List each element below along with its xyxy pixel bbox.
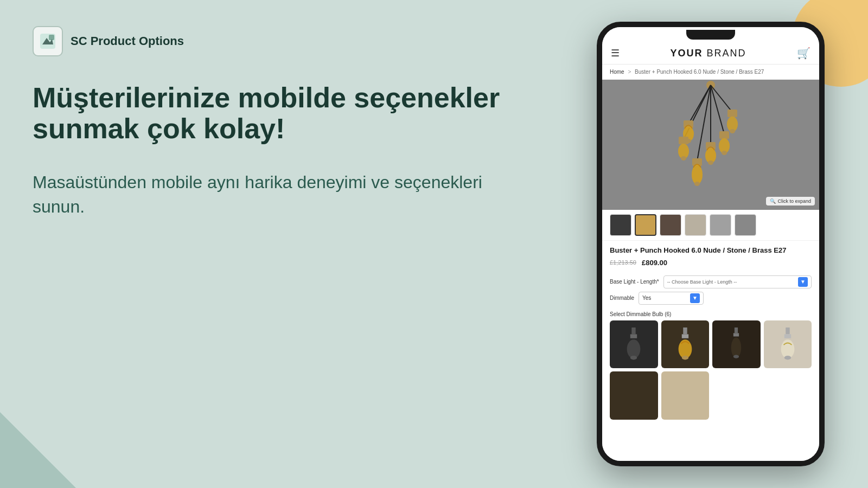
breadcrumb-sep: > [628,69,631,75]
svg-point-21 [722,151,727,155]
svg-rect-22 [692,158,702,166]
svg-point-31 [630,356,637,359]
svg-rect-19 [719,131,729,139]
bulb-option-6[interactable] [661,371,710,420]
right-panel: ☰ YOUR BRAND 🛒 Home > Buster + Punch Hoo… [553,0,868,488]
brand-name: YOUR BRAND [670,48,746,59]
cart-icon[interactable]: 🛒 [797,47,810,60]
svg-rect-41 [784,335,791,338]
svg-point-35 [682,356,688,359]
bulb-option-3[interactable] [712,320,761,369]
option-base-light-row: Base Light - Length* -- Choose Base Ligh… [610,275,812,288]
thumb-5[interactable] [710,214,731,236]
svg-rect-37 [733,333,739,336]
svg-point-27 [681,156,686,160]
phone-notch [686,30,735,40]
svg-point-24 [694,182,700,186]
bulb-option-1[interactable] [610,320,658,369]
thumbnail-row [602,210,819,241]
bulb-grid-bottom-row [602,371,819,423]
product-image-main[interactable]: 🔍 Click to expand [602,80,819,210]
svg-rect-29 [630,335,637,338]
svg-point-43 [784,356,791,359]
options-area: Base Light - Length* -- Choose Base Ligh… [602,275,819,308]
svg-rect-40 [786,328,789,334]
svg-point-38 [731,338,742,358]
left-panel: SC Product Options Müşterilerinize mobil… [0,0,553,488]
base-light-select[interactable]: -- Choose Base Light - Length -- ▼ [663,275,812,288]
app-name: SC Product Options [71,34,184,48]
price-sale: £809.00 [642,259,667,267]
svg-rect-36 [735,328,738,333]
phone-notch-bar [602,27,819,42]
price-original: £1,213.50 [610,259,636,266]
svg-point-39 [733,355,739,358]
svg-point-18 [730,129,735,133]
bulb-option-4[interactable] [764,320,812,369]
price-row: £1,213.50 £809.00 [610,259,812,267]
subtext: Masaüstünden mobile aynı harika deneyimi… [33,170,521,219]
bulb-section: Select Dimmable Bulb (6) [602,308,819,372]
breadcrumb-path: Buster + Punch Hooked 6.0 Nude / Stone /… [635,69,764,75]
svg-point-42 [781,339,794,358]
logo-area: SC Product Options [33,26,521,56]
svg-rect-16 [727,110,737,117]
option-dimmable-row: Dimmable Yes ▼ [610,292,812,305]
dimmable-select[interactable]: Yes ▼ [639,292,704,305]
svg-point-34 [678,339,692,358]
svg-point-30 [627,339,641,358]
hamburger-icon[interactable]: ☰ [611,47,620,59]
svg-rect-28 [632,328,636,334]
bulb-option-5[interactable] [610,371,658,420]
deco-triangle [0,412,76,488]
phone-mockup: ☰ YOUR BRAND 🛒 Home > Buster + Punch Hoo… [597,22,825,466]
magnify-icon: 🔍 [770,198,776,204]
svg-rect-25 [679,137,688,144]
dimmable-label: Dimmable [610,295,634,301]
thumb-2[interactable] [635,214,656,236]
svg-rect-32 [683,328,687,334]
svg-point-23 [692,165,703,184]
thumb-1[interactable] [610,214,631,236]
svg-rect-1 [49,35,54,40]
app-logo-icon [33,26,63,56]
base-light-label: Base Light - Length* [610,279,659,285]
base-light-arrow: ▼ [798,277,808,287]
breadcrumb: Home > Buster + Punch Hooked 6.0 Nude / … [602,65,819,80]
product-title: Buster + Punch Hooked 6.0 Nude / Stone /… [610,246,812,255]
bulb-section-title: Select Dimmable Bulb (6) [610,311,812,317]
thumb-3[interactable] [660,214,681,236]
bulb-option-2[interactable] [661,320,710,369]
breadcrumb-home[interactable]: Home [610,69,624,75]
phone-content: Home > Buster + Punch Hooked 6.0 Nude / … [602,65,819,461]
thumb-6[interactable] [735,214,756,236]
product-image-container: 🔍 Click to expand [602,80,819,241]
shop-header: ☰ YOUR BRAND 🛒 [602,42,819,65]
headline: Müşterilerinize mobilde seçenekler sunma… [33,82,521,144]
svg-rect-33 [682,335,688,338]
bulb-grid [610,320,812,369]
click-to-expand[interactable]: 🔍 Click to expand [766,197,815,206]
thumb-4[interactable] [685,214,706,236]
product-info: Buster + Punch Hooked 6.0 Nude / Stone /… [602,241,819,275]
dimmable-arrow: ▼ [690,293,700,303]
svg-point-15 [708,160,713,165]
